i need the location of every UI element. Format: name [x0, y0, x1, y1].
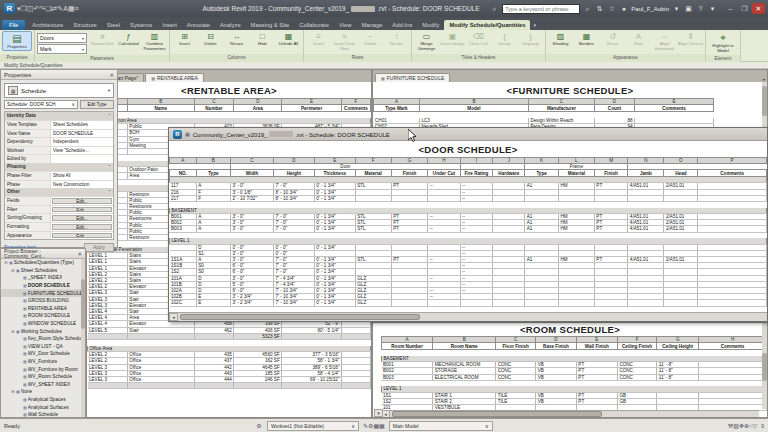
unhide-all-button[interactable]: ▦Unhide All: [276, 31, 301, 47]
schedule-cell[interactable]: [234, 383, 282, 389]
property-value[interactable]: View "Schedule...: [51, 147, 113, 155]
property-value[interactable]: Sheet Schedules: [51, 121, 113, 129]
column-header[interactable]: Type: [525, 170, 559, 177]
properties-button[interactable]: ▤Properties: [2, 31, 32, 51]
chevron-down-icon[interactable]: ▾: [374, 409, 383, 417]
ribbon-tab-add-ins[interactable]: Add-Ins: [387, 20, 417, 30]
grid-icon[interactable]: ▦: [68, 5, 75, 12]
tree-item-view-list-qa[interactable]: ▦VIEW LIST - QA: [1, 343, 81, 351]
column-header[interactable]: Material: [558, 170, 594, 177]
column-header[interactable]: Finish: [391, 170, 428, 177]
door-window-title-bar[interactable]: R ▦ Community_Center_v2019_.rvt - Schedu…: [169, 128, 767, 141]
doors-select[interactable]: Doors▾: [37, 33, 87, 43]
edit-button[interactable]: Edit...: [52, 198, 112, 204]
tree-item-wv-sheet-index[interactable]: ▦WV_SHEET INDEX: [1, 381, 81, 389]
tree-item-key-room-style-schedul[interactable]: ▦Key_Room Style Schedul: [1, 335, 81, 343]
ribbon-tab-steel[interactable]: Steel: [102, 20, 125, 30]
ribbon-tab-manage[interactable]: Manage: [356, 20, 387, 30]
list-icon[interactable]: ≡: [75, 5, 79, 12]
edit-button[interactable]: Edit...: [52, 215, 112, 221]
horizontal-scrollbar[interactable]: ◂: [169, 312, 767, 321]
edit-button[interactable]: Edit...: [52, 233, 112, 239]
tree-item-door-schedule[interactable]: ▦DOOR SCHEDULE: [1, 282, 81, 290]
schedule-cell[interactable]: [391, 300, 428, 306]
column-header[interactable]: Count: [595, 105, 635, 112]
ribbon-tab-collaborate[interactable]: Collaborate: [294, 20, 334, 30]
edit-button[interactable]: Edit...: [52, 207, 112, 213]
search-input[interactable]: Type a keyword or phrase: [502, 4, 580, 14]
ribbon-tab-analyze[interactable]: Analyze: [215, 20, 246, 30]
tab-rentable-area[interactable]: ▦RENTABLE AREA: [145, 73, 204, 82]
property-group-other[interactable]: Other⌃: [5, 188, 113, 196]
tree-item-analytical-surfaces[interactable]: ▦Analytical Surfaces: [1, 403, 81, 411]
schedule-cell[interactable]: 102C: [170, 300, 197, 306]
schedule-cell[interactable]: GLZ: [355, 300, 391, 306]
column-header[interactable]: Comments: [699, 343, 767, 350]
edit-type-button[interactable]: Edit Type: [80, 100, 114, 109]
schedule-cell[interactable]: 7' - 10 3/4": [273, 300, 314, 306]
caret-down-icon[interactable]: ▾: [708, 5, 717, 13]
column-header[interactable]: Width: [231, 170, 274, 177]
mark-select[interactable]: Mark▾: [37, 44, 87, 54]
schedule-cell[interactable]: [698, 300, 767, 306]
help-icon[interactable]: ?: [696, 5, 705, 12]
search-icon[interactable]: ⌕: [490, 5, 499, 13]
delete-button[interactable]: ⊟Delete: [198, 31, 223, 47]
tree-item-none[interactable]: ⊟▣None: [1, 388, 81, 396]
property-value[interactable]: New Construction: [51, 181, 113, 189]
tree-item-rentable-area[interactable]: ▦RENTABLE AREA: [1, 305, 81, 313]
caret-down-icon[interactable]: ▾: [672, 5, 681, 13]
ribbon-collapse-icon[interactable]: ▾: [530, 20, 539, 30]
ribbon-tab-insert[interactable]: Insert: [157, 20, 182, 30]
column-header[interactable]: Height: [273, 170, 314, 177]
column-header[interactable]: Ceiling Finish: [617, 343, 656, 350]
vertical-scrollbar[interactable]: [81, 259, 85, 417]
tree-item-schedules-quantities-type[interactable]: ⊟▣Schedules/Quantities (Type): [1, 259, 81, 267]
instance-selector[interactable]: Schedule: DOOR SCH∨: [4, 100, 78, 109]
column-header[interactable]: Thickness: [314, 170, 355, 177]
column-header[interactable]: Name: [127, 105, 194, 112]
tree-item-window-schedule[interactable]: ▦WINDOW SCHEDULE: [1, 320, 81, 328]
column-header[interactable]: NO.: [170, 170, 197, 177]
schedule-cell[interactable]: [558, 300, 594, 306]
design-option-selector[interactable]: Main Model∨: [389, 421, 493, 431]
hide-button[interactable]: □Hide: [250, 31, 275, 47]
property-group-identity-data[interactable]: Identity Data⌃: [5, 112, 113, 120]
schedule-cell[interactable]: 0' - 1 3/4": [314, 300, 355, 306]
schedule-cell[interactable]: 3' - 2 3/4": [231, 300, 274, 306]
edit-button[interactable]: Edit...: [52, 224, 112, 230]
column-header[interactable]: Number: [194, 105, 234, 112]
tree-item-gross-building[interactable]: ▦GROSS BUILDING: [1, 297, 81, 305]
merge-unmerge-button[interactable]: ▭Merge Unmerge: [414, 31, 439, 52]
tree-item-wv-room-schedule[interactable]: ▦WV_Room Schedule: [1, 373, 81, 381]
schedule-cell[interactable]: [88, 383, 128, 389]
column-header[interactable]: Fire Rating: [460, 170, 493, 177]
column-header[interactable]: Room Name: [433, 343, 496, 350]
tree-item-sheet-schedules[interactable]: ⊟▣Sheet Schedules: [1, 267, 81, 275]
column-header[interactable]: Model: [420, 105, 529, 112]
ribbon-tab-modify[interactable]: Modify: [417, 20, 444, 30]
column-header[interactable]: Room Number: [382, 343, 433, 350]
filter-icon[interactable]: ▽: [753, 423, 758, 429]
vertical-scrollbar[interactable]: [762, 323, 767, 409]
tree-item-analytical-spaces[interactable]: ▦Analytical Spaces: [1, 396, 81, 404]
workset-icon[interactable]: ⚙: [255, 422, 263, 429]
schedule-cell[interactable]: [493, 300, 525, 306]
revit-logo-icon[interactable]: R: [4, 3, 15, 14]
column-header[interactable]: Type: [196, 170, 230, 177]
properties-header[interactable]: Properties✕: [1, 70, 117, 80]
tree-item-room-schedule[interactable]: ▦ROOM SCHEDULE: [1, 312, 81, 320]
borders-button[interactable]: ▦Borders: [574, 31, 599, 47]
column-header[interactable]: Ceiling Height: [657, 343, 699, 350]
tree-item-wv-furniture-by-room[interactable]: ▦WV_Furniture by Room: [1, 365, 81, 373]
restore-icon[interactable]: ❐: [738, 3, 751, 14]
close-icon[interactable]: ✕: [77, 251, 82, 257]
schedule-cell[interactable]: [127, 383, 194, 389]
column-header[interactable]: Head: [664, 170, 698, 177]
tree-item-wv-door-schedule[interactable]: ▦WV_Door Schedule: [1, 350, 81, 358]
schedule-cell[interactable]: [341, 383, 370, 389]
ribbon-tab-contextual[interactable]: Modify Schedule/Quantities: [444, 20, 530, 30]
highlight-in-model-button[interactable]: ⌖Highlight in Model: [708, 31, 738, 54]
property-group-phasing[interactable]: Phasing⌃: [5, 163, 113, 171]
schedule-cell[interactable]: [664, 300, 698, 306]
